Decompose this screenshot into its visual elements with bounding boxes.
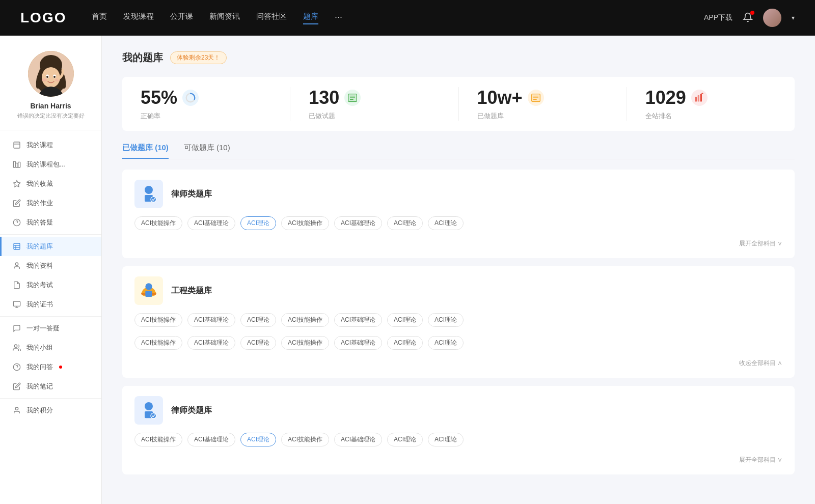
- bank-expand-0[interactable]: 展开全部科目 ∨: [739, 239, 782, 248]
- nav-news[interactable]: 新闻资讯: [209, 12, 240, 24]
- user-menu-chevron[interactable]: ▾: [792, 14, 795, 21]
- bank-expand-2[interactable]: 展开全部科目 ∨: [739, 456, 782, 464]
- nav-qa[interactable]: 问答社区: [256, 12, 287, 24]
- sidebar-item-homework[interactable]: 我的作业: [0, 193, 101, 213]
- tag-0-1[interactable]: ACI基础理论: [187, 216, 235, 230]
- tag-0-2[interactable]: ACI理论: [240, 216, 276, 230]
- sidebar-item-favorites[interactable]: 我的收藏: [0, 174, 101, 193]
- sidebar-label-exam: 我的考试: [26, 281, 53, 290]
- bank-icon-2: [134, 396, 163, 425]
- bank-footer-0: 展开全部科目 ∨: [134, 239, 782, 248]
- sidebar-item-question-bank[interactable]: 我的题库: [0, 237, 101, 256]
- page-header: 我的题库 体验剩余23天！: [122, 51, 795, 65]
- tag-1-1[interactable]: ACI基础理论: [187, 313, 235, 327]
- tag-1-12[interactable]: ACI理论: [387, 336, 423, 350]
- sidebar-item-notes[interactable]: 我的笔记: [0, 377, 101, 396]
- questions-icon: [344, 90, 361, 106]
- profile-icon: [12, 261, 21, 270]
- bank-tags-2: ACI技能操作ACI基础理论ACI理论ACI技能操作ACI基础理论ACI理论AC…: [134, 433, 782, 451]
- profile-name: Brian Harris: [30, 102, 71, 110]
- tag-1-5[interactable]: ACI理论: [387, 313, 423, 327]
- tag-0-5[interactable]: ACI理论: [387, 216, 423, 230]
- bank-header-1: 工程类题库: [134, 276, 782, 305]
- sidebar-item-group[interactable]: 我的小组: [0, 338, 101, 357]
- stat-questions-label: 已做试题: [309, 111, 335, 121]
- tag-1-11[interactable]: ACI基础理论: [334, 336, 382, 350]
- sidebar-item-my-qa[interactable]: 我的问答: [0, 357, 101, 377]
- qa-icon: [12, 218, 21, 227]
- sidebar: Brian Harris 错误的决定比没有决定要好 我的课程 我的课程包...: [0, 36, 102, 504]
- svg-rect-18: [14, 243, 20, 249]
- sidebar-item-tutoring[interactable]: 一对一答疑: [0, 319, 101, 338]
- tag-1-4[interactable]: ACI基础理论: [334, 313, 382, 327]
- tag-1-9[interactable]: ACI理论: [240, 336, 276, 350]
- nav-discover[interactable]: 发现课程: [123, 12, 154, 24]
- svg-point-54: [151, 413, 156, 418]
- sidebar-item-certificate[interactable]: 我的证书: [0, 295, 101, 314]
- sidebar-label-homework: 我的作业: [26, 199, 53, 208]
- svg-point-47: [151, 197, 156, 202]
- sidebar-item-course-pack[interactable]: 我的课程包...: [0, 155, 101, 174]
- svg-point-6: [46, 76, 48, 78]
- tag-2-1[interactable]: ACI基础理论: [187, 433, 235, 446]
- sidebar-item-profile[interactable]: 我的资料: [0, 256, 101, 275]
- logo: LOGO: [20, 10, 71, 26]
- sidebar-item-exam[interactable]: 我的考试: [0, 275, 101, 295]
- tag-1-6[interactable]: ACI理论: [428, 313, 464, 327]
- profile-avatar[interactable]: [28, 51, 74, 97]
- tag-1-13[interactable]: ACI理论: [428, 336, 464, 350]
- tag-2-5[interactable]: ACI理论: [387, 433, 423, 446]
- svg-marker-15: [13, 180, 20, 187]
- tag-1-2[interactable]: ACI理论: [240, 313, 276, 327]
- svg-point-8: [42, 78, 47, 81]
- bank-header-2: 律师类题库: [134, 396, 782, 425]
- nav-home[interactable]: 首页: [92, 12, 107, 24]
- stat-banks-number: 10w+: [477, 87, 523, 108]
- bank-expand-1[interactable]: 收起全部科目 ∧: [739, 359, 782, 368]
- tag-1-3[interactable]: ACI技能操作: [281, 313, 329, 327]
- nav-more[interactable]: ···: [335, 12, 342, 24]
- bank-title-2: 律师类题库: [171, 405, 212, 416]
- svg-rect-44: [700, 94, 702, 102]
- sidebar-label-question-bank: 我的题库: [26, 242, 53, 251]
- nav-question-bank[interactable]: 题库: [303, 12, 318, 24]
- tag-2-6[interactable]: ACI理论: [428, 433, 464, 446]
- question-bank-icon: [12, 242, 21, 251]
- tag-2-2[interactable]: ACI理论: [240, 433, 276, 446]
- tag-1-7[interactable]: ACI技能操作: [134, 336, 182, 350]
- notification-bell[interactable]: [743, 12, 753, 24]
- sidebar-item-course[interactable]: 我的课程: [0, 135, 101, 155]
- stat-ranking-label: 全站排名: [645, 111, 672, 121]
- app-download-button[interactable]: APP下载: [704, 13, 732, 22]
- svg-point-22: [15, 263, 18, 265]
- tab-done[interactable]: 已做题库 (10): [122, 143, 169, 159]
- certificate-icon: [12, 300, 21, 309]
- tag-1-0[interactable]: ACI技能操作: [134, 313, 182, 327]
- stat-questions: 130 已做试题: [290, 87, 458, 121]
- svg-rect-13: [16, 163, 18, 167]
- my-qa-icon: [12, 362, 21, 372]
- tag-2-0[interactable]: ACI技能操作: [134, 433, 182, 446]
- user-avatar[interactable]: [763, 9, 781, 27]
- exam-icon: [12, 281, 21, 290]
- tab-todo[interactable]: 可做题库 (10): [184, 143, 230, 159]
- tag-1-8[interactable]: ACI基础理论: [187, 336, 235, 350]
- sidebar-item-qa[interactable]: 我的答疑: [0, 213, 101, 232]
- tag-2-3[interactable]: ACI技能操作: [281, 433, 329, 446]
- tag-0-0[interactable]: ACI技能操作: [134, 216, 182, 230]
- tutoring-icon: [12, 324, 21, 333]
- tag-0-3[interactable]: ACI技能操作: [281, 216, 329, 230]
- sidebar-label-course: 我的课程: [26, 141, 53, 150]
- nav-open-course[interactable]: 公开课: [170, 12, 193, 24]
- tag-0-4[interactable]: ACI基础理论: [334, 216, 382, 230]
- bank-header-0: 律师类题库: [134, 180, 782, 208]
- sidebar-divider-2: [0, 316, 101, 317]
- stat-questions-number: 130: [309, 87, 339, 108]
- tag-0-6[interactable]: ACI理论: [428, 216, 464, 230]
- tag-1-10[interactable]: ACI技能操作: [281, 336, 329, 350]
- sidebar-item-points[interactable]: 我的积分: [0, 401, 101, 420]
- notes-icon: [12, 382, 21, 391]
- tag-2-4[interactable]: ACI基础理论: [334, 433, 382, 446]
- bank-card-2: 律师类题库 ACI技能操作ACI基础理论ACI理论ACI技能操作ACI基础理论A…: [122, 386, 795, 474]
- svg-point-45: [145, 186, 153, 194]
